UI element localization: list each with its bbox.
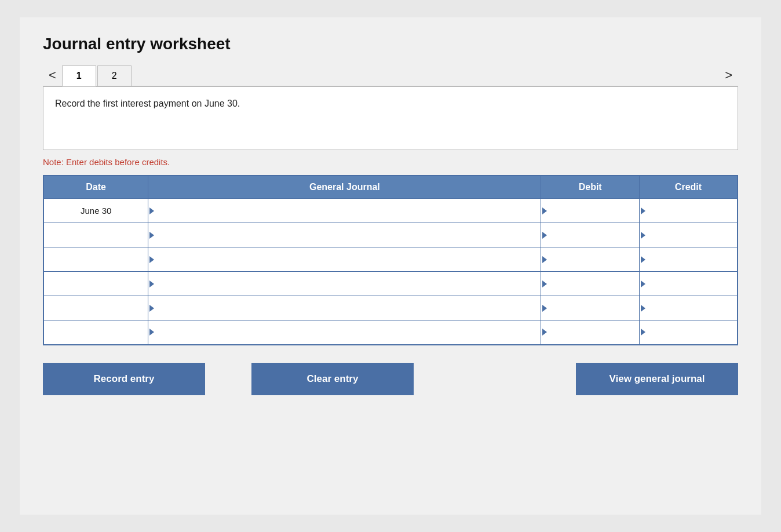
header-general-journal: General Journal xyxy=(148,176,541,199)
view-general-journal-button[interactable]: View general journal xyxy=(576,363,738,395)
credit-input-5[interactable] xyxy=(640,320,737,344)
tabs-container: < 1 2 > xyxy=(43,65,738,86)
date-cell-4 xyxy=(43,296,148,320)
journal-input-5[interactable] xyxy=(148,320,541,344)
credit-input-2[interactable] xyxy=(640,247,737,271)
debit-input-0[interactable] xyxy=(541,199,639,223)
credit-cell-4 xyxy=(639,296,738,320)
table-row xyxy=(43,296,738,320)
description-text: Record the first interest payment on Jun… xyxy=(55,99,240,108)
journal-cell-1 xyxy=(148,223,541,247)
credit-cell-2 xyxy=(639,247,738,272)
debit-input-5[interactable] xyxy=(541,320,639,344)
page-title: Journal entry worksheet xyxy=(43,35,738,53)
prev-arrow[interactable]: < xyxy=(43,69,62,82)
credit-input-4[interactable] xyxy=(640,296,737,320)
debit-input-3[interactable] xyxy=(541,272,639,296)
table-row xyxy=(43,223,738,247)
table-header-row: Date General Journal Debit Credit xyxy=(43,176,738,199)
description-box: Record the first interest payment on Jun… xyxy=(43,86,738,150)
journal-input-1[interactable] xyxy=(148,223,541,247)
journal-input-3[interactable] xyxy=(148,272,541,296)
debit-input-1[interactable] xyxy=(541,223,639,247)
main-container: Journal entry worksheet < 1 2 > Record t… xyxy=(20,17,761,515)
clear-entry-button[interactable]: Clear entry xyxy=(251,363,414,395)
debit-input-4[interactable] xyxy=(541,296,639,320)
journal-cell-3 xyxy=(148,272,541,296)
credit-cell-3 xyxy=(639,272,738,296)
credit-input-1[interactable] xyxy=(640,223,737,247)
journal-cell-5 xyxy=(148,320,541,345)
credit-cell-5 xyxy=(639,320,738,345)
table-row: June 30 xyxy=(43,199,738,223)
header-debit: Debit xyxy=(541,176,640,199)
credit-input-0[interactable] xyxy=(640,199,737,223)
date-cell-5 xyxy=(43,320,148,345)
table-row xyxy=(43,320,738,345)
date-cell-2 xyxy=(43,247,148,272)
buttons-row: Record entry Clear entry View general jo… xyxy=(43,363,738,395)
table-row xyxy=(43,272,738,296)
note-text: Note: Enter debits before credits. xyxy=(43,157,738,167)
tab-2[interactable]: 2 xyxy=(97,65,132,86)
journal-table: Date General Journal Debit Credit June 3… xyxy=(43,175,738,345)
journal-cell-2 xyxy=(148,247,541,272)
table-row xyxy=(43,247,738,272)
date-cell-0: June 30 xyxy=(43,199,148,223)
debit-cell-3 xyxy=(541,272,640,296)
debit-input-2[interactable] xyxy=(541,247,639,271)
header-date: Date xyxy=(43,176,148,199)
journal-cell-0 xyxy=(148,199,541,223)
debit-cell-1 xyxy=(541,223,640,247)
date-cell-3 xyxy=(43,272,148,296)
date-cell-1 xyxy=(43,223,148,247)
header-credit: Credit xyxy=(639,176,738,199)
journal-input-4[interactable] xyxy=(148,296,541,320)
credit-cell-0 xyxy=(639,199,738,223)
journal-input-2[interactable] xyxy=(148,247,541,271)
tab-1[interactable]: 1 xyxy=(62,65,96,86)
credit-cell-1 xyxy=(639,223,738,247)
debit-cell-5 xyxy=(541,320,640,345)
next-arrow[interactable]: > xyxy=(719,69,738,82)
journal-input-0[interactable] xyxy=(148,199,541,223)
journal-cell-4 xyxy=(148,296,541,320)
record-entry-button[interactable]: Record entry xyxy=(43,363,205,395)
debit-cell-4 xyxy=(541,296,640,320)
debit-cell-2 xyxy=(541,247,640,272)
debit-cell-0 xyxy=(541,199,640,223)
credit-input-3[interactable] xyxy=(640,272,737,296)
